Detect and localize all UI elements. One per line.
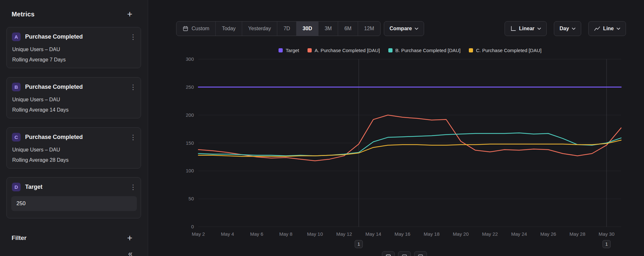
series-line-a[interactable] — [198, 115, 621, 161]
x-tick-label: May 30 — [599, 231, 614, 237]
range-custom[interactable]: Custom — [176, 22, 216, 36]
target-value-input[interactable] — [11, 196, 137, 211]
date-range-segmented-control: Custom Today Yesterday 7D 30D 3M 6M 12M — [176, 21, 381, 36]
series-line-c[interactable] — [198, 140, 621, 156]
kebab-menu-icon[interactable]: ⋮ — [130, 33, 136, 40]
metric-title: Purchase Completed — [25, 33, 130, 40]
add-metric-button[interactable]: + — [127, 10, 132, 19]
chevron-down-icon — [415, 28, 418, 30]
chart-tool-button-2[interactable] — [398, 251, 411, 256]
kebab-menu-icon[interactable]: ⋮ — [130, 184, 136, 190]
y-tick-label: 0 — [191, 224, 194, 229]
x-tick-label: May 28 — [570, 231, 585, 237]
range-6m[interactable]: 6M — [338, 22, 358, 36]
metric-card-a[interactable]: A Purchase Completed ⋮ Unique Users – DA… — [6, 27, 141, 68]
x-tick-label: May 12 — [336, 231, 352, 237]
annotation-badge-label: 1 — [357, 242, 360, 247]
linear-scale-icon — [510, 26, 516, 32]
chevron-down-icon — [572, 28, 575, 30]
x-tick-label: May 24 — [511, 231, 527, 237]
chevron-down-icon — [537, 28, 541, 30]
chevron-down-icon — [617, 28, 620, 30]
metric-card-b[interactable]: B Purchase Completed ⋮ Unique Users – DA… — [6, 77, 141, 118]
add-filter-button[interactable]: + — [127, 233, 132, 242]
annotation-badge-label: 1 — [605, 242, 608, 247]
y-tick-label: 100 — [186, 168, 194, 173]
y-tick-label: 200 — [186, 112, 194, 118]
metric-measure[interactable]: Unique Users – DAU — [12, 97, 136, 103]
y-tick-label: 300 — [186, 56, 194, 62]
x-tick-label: May 18 — [424, 231, 440, 237]
metric-badge-b: B — [12, 83, 21, 91]
metric-card-c[interactable]: C Purchase Completed ⋮ Unique Users – DA… — [6, 127, 141, 169]
x-tick-label: May 20 — [453, 231, 469, 237]
metric-rolling-average[interactable]: Rolling Average 28 Days — [12, 157, 136, 163]
chart-option-icon — [385, 254, 391, 256]
range-3m[interactable]: 3M — [318, 22, 338, 36]
x-tick-label: May 22 — [482, 231, 498, 237]
chart-option-icon — [418, 254, 423, 256]
metric-title: Purchase Completed — [25, 134, 130, 141]
chart-option-icon — [402, 254, 407, 256]
compare-button[interactable]: Compare — [384, 21, 424, 36]
metric-measure[interactable]: Unique Users – DAU — [12, 147, 136, 153]
scale-selector-button[interactable]: Linear — [505, 21, 547, 36]
analytics-app: Metrics + A Purchase Completed ⋮ Unique … — [0, 0, 644, 256]
x-tick-label: May 14 — [365, 231, 381, 237]
filter-header: Filter — [12, 234, 26, 242]
collapse-sidebar-icon[interactable]: « — [128, 249, 132, 256]
metrics-header: Metrics — [12, 11, 34, 18]
range-7d[interactable]: 7D — [277, 22, 296, 36]
metric-badge-c: C — [12, 133, 21, 142]
chart-type-selector-button[interactable]: Line — [588, 21, 626, 36]
metric-badge-d: D — [12, 183, 21, 191]
calendar-icon — [183, 26, 188, 32]
kebab-menu-icon[interactable]: ⋮ — [130, 134, 136, 141]
bottom-chart-tools — [382, 251, 427, 256]
chart-toolbar: Custom Today Yesterday 7D 30D 3M 6M 12M … — [176, 21, 626, 36]
sidebar: Metrics + A Purchase Completed ⋮ Unique … — [0, 0, 148, 256]
y-tick-label: 50 — [188, 196, 194, 201]
metric-title: Purchase Completed — [25, 84, 130, 90]
x-tick-label: May 10 — [307, 231, 323, 237]
y-tick-label: 150 — [186, 140, 194, 146]
chart-tool-button-1[interactable] — [382, 251, 395, 256]
x-tick-label: May 6 — [250, 231, 263, 237]
range-yesterday[interactable]: Yesterday — [242, 22, 278, 36]
target-card[interactable]: D Target ⋮ — [6, 177, 141, 218]
metrics-line-chart[interactable]: 050100150200250300May 2May 4May 6May 8Ma… — [155, 51, 634, 254]
x-tick-label: May 4 — [221, 231, 234, 237]
metric-rolling-average[interactable]: Rolling Average 14 Days — [12, 107, 136, 113]
range-12m[interactable]: 12M — [358, 22, 380, 36]
x-tick-label: May 26 — [540, 231, 556, 237]
range-today[interactable]: Today — [216, 22, 242, 36]
metric-rolling-average[interactable]: Rolling Average 7 Days — [12, 57, 136, 63]
target-title: Target — [25, 184, 130, 190]
range-30d[interactable]: 30D — [297, 22, 318, 36]
y-tick-label: 250 — [186, 84, 194, 90]
x-tick-label: May 8 — [279, 231, 292, 237]
metric-badge-a: A — [12, 32, 21, 41]
interval-selector-button[interactable]: Day — [554, 21, 581, 36]
kebab-menu-icon[interactable]: ⋮ — [130, 84, 136, 90]
x-tick-label: May 16 — [394, 231, 410, 237]
metric-measure[interactable]: Unique Users – DAU — [12, 47, 136, 52]
line-chart-icon — [594, 26, 600, 32]
chart-tool-button-3[interactable] — [414, 251, 427, 256]
x-tick-label: May 2 — [192, 231, 205, 237]
